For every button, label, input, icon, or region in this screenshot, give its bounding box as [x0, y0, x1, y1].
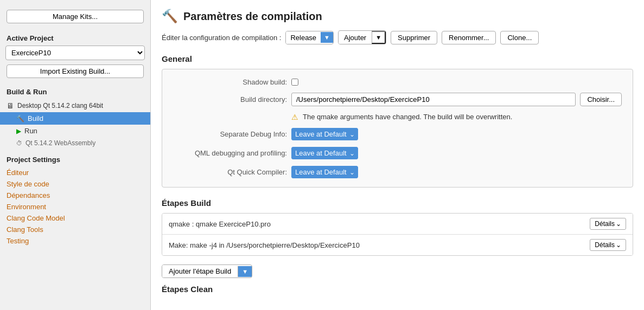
separate-debug-select[interactable]: Leave at Default — [291, 128, 358, 140]
qml-debug-row: QML debugging and profiling: Leave at De… — [173, 147, 622, 159]
project-select[interactable]: ExerciceP10 — [5, 46, 145, 60]
build-dir-input-row: Choisir... — [291, 93, 622, 106]
qml-debug-select-wrap: Leave at Default — [291, 147, 358, 159]
chevron-down-icon: ⌄ — [616, 220, 621, 228]
warning-text: The qmake arguments have changed. The bu… — [303, 113, 512, 121]
sidebar-item-clang-tools[interactable]: Clang Tools — [0, 224, 150, 235]
webassembly-icon: ⏱ — [16, 140, 22, 146]
hammer-small-icon: 🔨 — [16, 115, 24, 122]
build-dir-label: Build directory: — [173, 95, 287, 104]
config-value: Release — [286, 31, 321, 44]
make-step-label: Make: make -j4 in /Users/porchetpierre/D… — [169, 241, 590, 249]
qmake-step-label: qmake : qmake ExerciceP10.pro — [169, 220, 590, 228]
qml-debug-label: QML debugging and profiling: — [173, 149, 287, 157]
qt-quick-compiler-row: Qt Quick Compiler: Leave at Default — [173, 166, 622, 178]
warning-row: ⚠ The qmake arguments have changed. The … — [291, 113, 622, 121]
general-section-title: General — [162, 54, 633, 63]
build-steps-box: qmake : qmake ExerciceP10.pro Détails ⌄ … — [162, 213, 633, 256]
project-settings-title: Project Settings — [0, 149, 150, 167]
qt-quick-compiler-select-wrap: Leave at Default — [291, 166, 358, 178]
supprimer-button[interactable]: Supprimer — [391, 31, 437, 44]
page-header: 🔨 Paramètres de compilation — [162, 9, 633, 24]
build-label: Build — [28, 114, 43, 122]
build-dir-row: Build directory: Choisir... — [173, 93, 622, 106]
kit-item: 🖥 Desktop Qt 5.14.2 clang 64bit — [0, 99, 150, 112]
sidebar-item-testing[interactable]: Testing — [0, 235, 150, 247]
table-row: qmake : qmake ExerciceP10.pro Détails ⌄ — [162, 214, 633, 235]
manage-kits-section: Manage Kits... — [7, 10, 144, 23]
monitor-icon: 🖥 — [7, 101, 14, 110]
add-step-main-button[interactable]: Ajouter l'étape Build — [162, 265, 238, 277]
shadow-build-checkbox[interactable] — [291, 79, 298, 86]
import-existing-build-button[interactable]: Import Existing Build... — [7, 64, 144, 78]
renommer-button[interactable]: Renommer... — [442, 31, 496, 44]
webassembly-item: ⏱ Qt 5.14.2 WebAssembly — [0, 137, 150, 149]
add-step-arrow-button[interactable]: ▼ — [238, 266, 252, 277]
config-label: Éditer la configuration de compilation : — [162, 34, 281, 42]
etapes-clean-title: Étapes Clean — [162, 285, 633, 294]
add-step-row: Ajouter l'étape Build ▼ — [162, 264, 633, 278]
qmake-details-button[interactable]: Détails ⌄ — [590, 218, 626, 230]
run-label: Run — [24, 127, 37, 135]
ajouter-arrow-button[interactable]: ▼ — [372, 31, 386, 44]
qml-debug-select[interactable]: Leave at Default — [291, 147, 358, 159]
table-row: Make: make -j4 in /Users/porchetpierre/D… — [162, 235, 633, 255]
sidebar-item-style-de-code[interactable]: Style de code — [0, 178, 150, 190]
sidebar-item-run[interactable]: ▶ Run — [0, 125, 150, 137]
shadow-build-row: Shadow build: — [173, 78, 622, 86]
run-icon: ▶ — [16, 127, 21, 135]
config-dropdown-arrow[interactable]: ▼ — [321, 32, 333, 43]
etapes-build-title: Étapes Build — [162, 198, 633, 208]
sidebar-item-clang-code-model[interactable]: Clang Code Model — [0, 212, 150, 224]
clone-button[interactable]: Clone... — [500, 31, 539, 44]
import-build-section: Import Existing Build... — [7, 64, 144, 78]
config-row: Éditer la configuration de compilation :… — [162, 30, 633, 44]
kit-name: Desktop Qt 5.14.2 clang 64bit — [17, 102, 103, 109]
active-project-title: Active Project — [0, 32, 150, 46]
qt-quick-compiler-select[interactable]: Leave at Default — [291, 166, 358, 178]
add-step-btn-group[interactable]: Ajouter l'étape Build ▼ — [162, 264, 252, 278]
config-dropdown[interactable]: Release ▼ — [285, 31, 334, 44]
warning-icon: ⚠ — [291, 113, 298, 121]
ajouter-btn[interactable]: Ajouter ▼ — [338, 30, 386, 44]
separate-debug-label: Separate Debug Info: — [173, 130, 287, 138]
build-run-title: Build & Run — [0, 86, 150, 99]
make-details-button[interactable]: Détails ⌄ — [590, 239, 626, 251]
general-box: Shadow build: Build directory: Choisir..… — [162, 69, 633, 188]
sidebar: Manage Kits... Active Project ExerciceP1… — [0, 0, 151, 310]
separate-debug-select-wrap: Leave at Default — [291, 128, 358, 140]
separate-debug-row: Separate Debug Info: Leave at Default — [173, 128, 622, 140]
webassembly-label: Qt 5.14.2 WebAssembly — [25, 139, 95, 147]
hammer-icon: 🔨 — [162, 9, 178, 24]
shadow-build-label: Shadow build: — [173, 78, 287, 86]
choisir-button[interactable]: Choisir... — [580, 93, 622, 106]
sidebar-item-environment[interactable]: Environment — [0, 201, 150, 212]
chevron-down-icon: ⌄ — [616, 241, 621, 249]
sidebar-item-build[interactable]: 🔨 Build — [0, 112, 150, 125]
active-project-row: ExerciceP10 — [5, 46, 145, 60]
main-content: 🔨 Paramètres de compilation Éditer la co… — [151, 0, 644, 310]
sidebar-item-dependances[interactable]: Dépendances — [0, 190, 150, 201]
page-title: Paramètres de compilation — [183, 10, 322, 23]
build-dir-input[interactable] — [291, 93, 576, 106]
manage-kits-button[interactable]: Manage Kits... — [7, 10, 144, 23]
qt-quick-compiler-label: Qt Quick Compiler: — [173, 168, 287, 176]
sidebar-item-editeur[interactable]: Éditeur — [0, 167, 150, 178]
ajouter-main-button[interactable]: Ajouter — [339, 31, 372, 44]
